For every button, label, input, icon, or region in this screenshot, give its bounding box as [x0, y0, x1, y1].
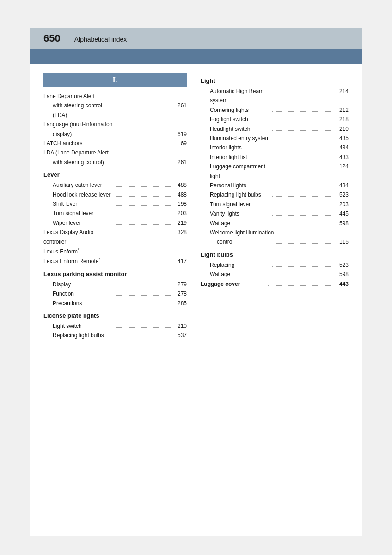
entry-welcome-light: Welcome light illumination: [201, 228, 349, 237]
entry-language: Language (multi-information: [43, 120, 187, 129]
heading-light: Light: [201, 76, 349, 86]
entry-illuminated-entry: Illuminated entry system 435: [201, 134, 349, 143]
entry-replacing-lb: Replacing 523: [201, 260, 349, 270]
entry-interior-lights: Interior lights 434: [201, 143, 349, 152]
right-index-entries: Light Automatic High Beam system 214 Cor…: [201, 76, 349, 289]
entry-lda: LDA (Lane Departure Alert: [43, 148, 187, 157]
entry-wattage-lb: Wattage 598: [201, 270, 349, 279]
entry-interior-light-list: Interior light list 433: [201, 153, 349, 162]
entry-lexus-enform: Lexus Enform*: [43, 247, 187, 256]
entry-language-display: display) 619: [43, 130, 187, 139]
entry-turn-signal-lever: Turn signal lever 203: [43, 209, 187, 218]
entry-luggage-light: Luggage compartment light 124: [201, 162, 349, 181]
entry-wiper-lever: Wiper lever 219: [43, 218, 187, 228]
entry-luggage-cover: Luggage cover 443: [201, 279, 349, 289]
entry-precautions: Precautions 285: [43, 299, 187, 308]
entry-lda-sub: with steering control) 261: [43, 158, 187, 167]
superscript: *: [78, 247, 80, 252]
entry-lane-departure: Lane Departure Alert: [43, 92, 187, 101]
entry-aux-catch: Auxiliary catch lever 488: [43, 180, 187, 190]
entry-shift-lever: Shift lever 198: [43, 199, 187, 209]
heading-parking-assist: Lexus parking assist monitor: [43, 269, 187, 279]
header-bar: 650 Alphabetical index: [30, 28, 362, 49]
entry-replacing-light-bulbs: Replacing light bulbs 523: [201, 190, 349, 199]
right-column: Light Automatic High Beam system 214 Cor…: [196, 73, 349, 340]
entry-lda-steering: with steering control (LDA) 261: [43, 101, 187, 120]
content-area: L Lane Departure Alert with steering con…: [30, 64, 362, 359]
entry-function: Function 278: [43, 289, 187, 298]
entry-latch: LATCH anchors 69: [43, 139, 187, 148]
page: 650 Alphabetical index L Lane Departure …: [30, 28, 362, 536]
entry-wattage-light: Wattage 598: [201, 219, 349, 228]
heading-license-plate: License plate lights: [43, 311, 187, 321]
left-column: L Lane Departure Alert with steering con…: [43, 73, 196, 340]
entry-welcome-light-control: control 115: [201, 237, 349, 247]
section-letter: L: [43, 73, 187, 87]
blue-band: [30, 49, 362, 64]
superscript-remote: *: [98, 257, 100, 262]
entry-hood-lock: Hood lock release lever 488: [43, 190, 187, 199]
entry-vanity-lights: Vanity lights 445: [201, 209, 349, 218]
entry-headlight-switch: Headlight switch 210: [201, 124, 349, 134]
entry-auto-highbeam: Automatic High Beam system 214: [201, 86, 349, 105]
list-item: Lane Departure Alert with steering contr…: [43, 92, 187, 340]
header-title: Alphabetical index: [74, 36, 127, 43]
entry-label: Lane Departure Alert: [43, 92, 187, 101]
page-number: 650: [43, 32, 61, 44]
entry-lexus-display-audio: Lexus Display Audio controller 328: [43, 228, 187, 247]
entry-personal-lights: Personal lights 434: [201, 181, 349, 190]
heading-light-bulbs: Light bulbs: [201, 250, 349, 260]
entry-fog-light: Fog light switch 218: [201, 115, 349, 124]
entry-cornering-lights: Cornering lights 212: [201, 105, 349, 115]
heading-lever: Lever: [43, 170, 187, 180]
entry-light-switch: Light switch 210: [43, 321, 187, 331]
entry-turn-signal-lever-right: Turn signal lever 203: [201, 200, 349, 209]
entry-display: Display 279: [43, 280, 187, 289]
entry-replacing-bulbs-license: Replacing light bulbs 537: [43, 331, 187, 340]
entry-lexus-enform-remote: Lexus Enform Remote* 417: [43, 256, 187, 266]
